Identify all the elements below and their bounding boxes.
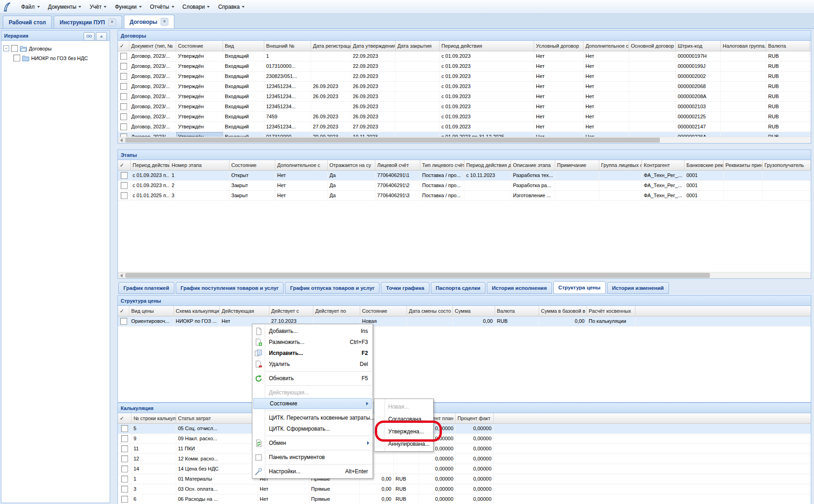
search-icon[interactable] [84,32,95,41]
collapse-panel-icon[interactable]: « [96,32,107,41]
column-header[interactable]: Вид [223,41,264,51]
column-header[interactable]: Валюта [495,306,539,316]
row-checkbox[interactable] [121,182,128,189]
row-checkbox[interactable] [121,496,128,503]
column-header[interactable]: Штрих-код [676,41,721,51]
column-header[interactable]: Сумма в базовой в [539,306,587,316]
table-row[interactable]: с 01.09.2023 п...2ЗакрытНетДа7706406291\… [118,181,811,191]
column-header[interactable]: ✓ [118,306,129,316]
close-icon[interactable]: × [108,18,116,26]
table-row[interactable]: Ориентировоч...НИОКР по ГОЗ ...Нет27.10.… [118,316,811,327]
tree-checkbox[interactable] [11,45,18,52]
menubar-item-4[interactable]: Функции [111,2,146,12]
table-row[interactable]: Договор, 2023/...УтверждёнВходящий745926… [118,112,811,122]
table-row[interactable]: Договор, 2023/...УтверждёнВходящий122.09… [118,51,811,61]
detail-tab-6[interactable]: История исполнения [487,282,552,294]
column-header[interactable]: Состояние [229,160,275,170]
tab-Рабочий стол[interactable]: Рабочий стол [3,16,52,28]
menu-item-цитк-сформировать-[interactable]: ЦИТК. Сформировать... [252,423,373,434]
column-header[interactable]: Валюта [766,41,810,51]
column-header[interactable]: Состояние [360,306,407,316]
menu-item-исправить-[interactable]: Исправить...F2 [252,348,373,359]
menu-item-новая-[interactable]: Новая... [374,400,433,413]
tab-Инструкции ПУП[interactable]: Инструкции ПУП× [54,16,122,28]
detail-tab-7[interactable]: Структура цены [553,281,606,294]
menubar-item-2[interactable]: Документы [45,2,86,12]
column-header[interactable]: Тип лицевого счёт [420,160,464,170]
close-icon[interactable]: × [161,18,168,26]
menubar-item-7[interactable]: Справка [214,2,249,12]
column-header[interactable]: Расчёт косвенных [587,306,636,316]
column-header[interactable]: Отражается на су [328,160,375,170]
column-header[interactable]: Действует с [269,306,313,316]
column-header[interactable]: Дата смены состо [407,306,453,316]
table-row[interactable]: Договор, 2023/...УтверждёнВходящий123451… [118,102,811,112]
row-checkbox[interactable] [120,73,127,80]
column-header[interactable]: Грузополучатель [763,160,811,170]
detail-tab-1[interactable]: График платежей [118,282,174,294]
detail-tab-2[interactable]: График поступления товаров и услуг [176,282,284,294]
menu-item-размножить-[interactable]: Размножить...Ctrl+F3 [252,337,373,348]
table-row[interactable]: 1414 Цена без НДСДа0,000000,00000 [118,464,811,474]
detail-tab-8[interactable]: История изменений [607,282,669,294]
table-row[interactable]: с 01.01.2025 п...3ЗакрытНетДа7706406291\… [118,191,811,201]
detail-tab-5[interactable]: Паспорта сделки [431,282,485,294]
column-header[interactable]: Номер этапа [170,160,229,170]
table-row[interactable]: 505 Соц. отчисл...Нет0,000000,00000 [118,424,811,434]
column-header[interactable]: ✓ [118,41,129,51]
table-row[interactable]: 1111 ПКИНет0,000000,00000 [118,444,811,454]
column-header[interactable]: Документ (тип, № [129,41,176,51]
column-header[interactable]: Действующая [220,306,269,316]
column-header[interactable]: Группа лицевых с [599,160,642,170]
column-header[interactable]: Налоговая группа. [721,41,766,51]
table-row[interactable]: Договор, 2023/...УтверждёнВходящий017310… [118,61,811,72]
row-checkbox[interactable] [120,63,127,70]
menu-item-удалить[interactable]: УдалитьDel [252,359,373,370]
column-header[interactable]: Дата регистрации. [311,41,351,51]
column-header[interactable]: № строки калькул [132,413,176,423]
column-header[interactable]: Внешний № [264,41,311,51]
column-header[interactable]: Банковские рекви [685,160,724,170]
column-header[interactable]: Описание этапа [511,160,555,170]
column-header[interactable]: Лицевой счёт [375,160,420,170]
tab-Договоры[interactable]: Договоры× [124,15,174,28]
row-checkbox[interactable] [120,318,127,325]
column-header[interactable]: Дата утверждения [351,41,396,51]
detail-tab-3[interactable]: График отпуска товаров и услуг [285,282,379,294]
column-header[interactable]: Дополнительное с [275,160,328,170]
row-checkbox[interactable] [120,53,127,60]
row-checkbox[interactable] [121,425,128,432]
detail-tab-4[interactable]: Точки графика [381,282,429,294]
menu-item-добавить-[interactable]: Добавить...Ins [252,326,373,337]
row-checkbox[interactable] [121,486,128,493]
scrollbar-thumb[interactable] [125,273,710,278]
row-checkbox[interactable] [121,172,128,179]
column-header[interactable]: Условный договор [534,41,584,51]
table-row[interactable]: 606 Расходы на ...НетПрямые0,00RUB0,0000… [118,494,811,504]
column-header[interactable]: Вид цены [129,306,174,316]
menu-item-состояние[interactable]: Состояние [253,398,372,409]
menu-item-действующая-[interactable]: Действующая... [252,387,373,398]
row-checkbox[interactable] [121,445,128,452]
column-header[interactable]: Период действия.. [131,160,170,170]
menubar-item-3[interactable]: Учёт [86,2,111,12]
column-header[interactable]: ✓ [118,413,132,423]
column-header[interactable]: Контрагент [642,160,685,170]
row-checkbox[interactable] [121,435,128,442]
column-header[interactable]: Дополнительное с [584,41,629,51]
table-row[interactable]: 1212 Комм. расхо...Нет0,000000,00000 [118,454,811,464]
tree-node-contracts[interactable]: − Договоры [3,44,108,53]
table-row[interactable]: 303 Осн. оплата...НетПрямые0,00RUB0,0000… [118,484,811,494]
menu-item-обновить[interactable]: ОбновитьF5 [252,373,373,384]
menu-item-цитк-пересчитать-косвенные-затраты-[interactable]: ЦИТК. Пересчитать косвенные затраты... [252,412,373,423]
scrollbar-thumb[interactable] [125,138,660,143]
row-checkbox[interactable] [120,93,127,100]
contracts-hscrollbar[interactable] [118,137,811,143]
row-checkbox[interactable] [121,465,128,472]
tree-checkbox[interactable] [13,55,20,61]
row-checkbox[interactable] [120,123,127,130]
column-header[interactable]: Реквизиты принад [724,160,763,170]
column-header[interactable]: Процент факт [456,413,494,423]
column-header[interactable]: Действует по [313,306,360,316]
table-row[interactable]: Договор, 2023/...УтверждёнВходящий123451… [118,122,811,132]
